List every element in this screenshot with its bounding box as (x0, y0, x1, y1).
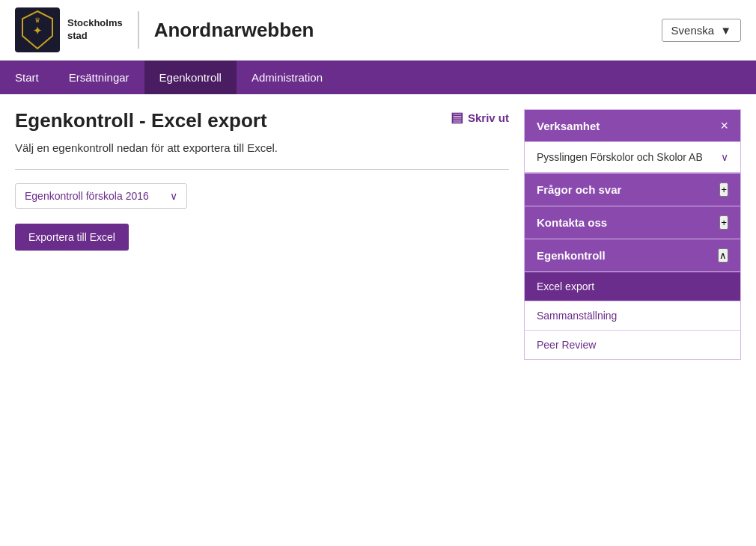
main-nav: Start Ersättningar Egenkontroll Administ… (0, 61, 756, 94)
logo-text: Stockholms stad (67, 17, 123, 43)
svg-text:✦: ✦ (33, 25, 42, 37)
kontakta-expand-button[interactable]: + (719, 215, 728, 230)
dropdown-value: Egenkontroll förskola 2016 (25, 190, 149, 202)
nav-item-start[interactable]: Start (0, 61, 54, 94)
sidebar-verksamhet-dropdown-row: Pysslingen Förskolor och Skolor AB ∨ (524, 142, 741, 173)
chevron-down-icon: ∨ (721, 151, 728, 163)
sammanstallning-link[interactable]: Sammanställning (537, 310, 617, 322)
fragor-expand-button[interactable]: + (719, 182, 728, 197)
sidebar-item-excel-export[interactable]: Excel export (525, 272, 740, 301)
sidebar-header-kontakta[interactable]: Kontakta oss + (525, 206, 740, 239)
sidebar-header-egenkontroll[interactable]: Egenkontroll ∧ (525, 239, 740, 272)
verksamhet-collapse-button[interactable]: × (720, 119, 728, 132)
nav-item-administration[interactable]: Administration (237, 61, 338, 94)
nav-item-ersattningar[interactable]: Ersättningar (54, 61, 144, 94)
print-button[interactable]: ▤ Skriv ut (451, 109, 509, 126)
site-title: Anordnarwebben (154, 19, 314, 42)
sidebar-section-kontakta: Kontakta oss + (524, 206, 741, 239)
stockholm-logo-icon: ✦ ♛ (15, 7, 60, 52)
sidebar-header-verksamhet[interactable]: Verksamhet × (525, 110, 740, 141)
chevron-down-icon: ∨ (170, 190, 177, 202)
logo-area: ✦ ♛ Stockholms stad (15, 7, 123, 52)
content-area: Egenkontroll - Excel export ▤ Skriv ut V… (15, 109, 509, 360)
sidebar-item-peer-review[interactable]: Peer Review (525, 330, 740, 359)
content-divider (15, 169, 509, 170)
language-selector[interactable]: Svenska ▼ (662, 19, 741, 42)
sidebar-section-fragor: Frågor och svar + (524, 173, 741, 206)
egenkontroll-dropdown[interactable]: Egenkontroll förskola 2016 ∨ (15, 183, 187, 209)
sidebar-item-sammanstallning[interactable]: Sammanställning (525, 301, 740, 330)
peer-review-link[interactable]: Peer Review (537, 339, 596, 351)
chevron-down-icon: ▼ (720, 24, 731, 37)
svg-text:♛: ♛ (34, 16, 40, 24)
page-subtitle: Välj en egenkontroll nedan för att expor… (15, 141, 509, 154)
export-button[interactable]: Exportera till Excel (15, 224, 129, 251)
sidebar-header-fragor[interactable]: Frågor och svar + (525, 174, 740, 206)
main-layout: Egenkontroll - Excel export ▤ Skriv ut V… (0, 94, 756, 375)
egenkontroll-collapse-button[interactable]: ∧ (718, 248, 728, 263)
print-icon: ▤ (451, 109, 463, 126)
sidebar-section-verksamhet: Verksamhet × (524, 109, 741, 142)
header: ✦ ♛ Stockholms stad Anordnarwebben Svens… (0, 0, 756, 61)
page-title: Egenkontroll - Excel export (15, 109, 267, 132)
header-left: ✦ ♛ Stockholms stad Anordnarwebben (15, 7, 314, 52)
lang-label: Svenska (671, 24, 715, 37)
dropdown-row: Egenkontroll förskola 2016 ∨ (15, 183, 509, 209)
verksamhet-dropdown[interactable]: Pysslingen Förskolor och Skolor AB ∨ (525, 142, 740, 172)
sidebar: Verksamhet × Pysslingen Förskolor och Sk… (524, 109, 741, 360)
header-divider (138, 11, 139, 49)
sidebar-section-egenkontroll: Egenkontroll ∧ Excel export Sammanställn… (524, 239, 741, 360)
nav-item-egenkontroll[interactable]: Egenkontroll (144, 61, 237, 94)
top-content: Egenkontroll - Excel export ▤ Skriv ut (15, 109, 509, 141)
